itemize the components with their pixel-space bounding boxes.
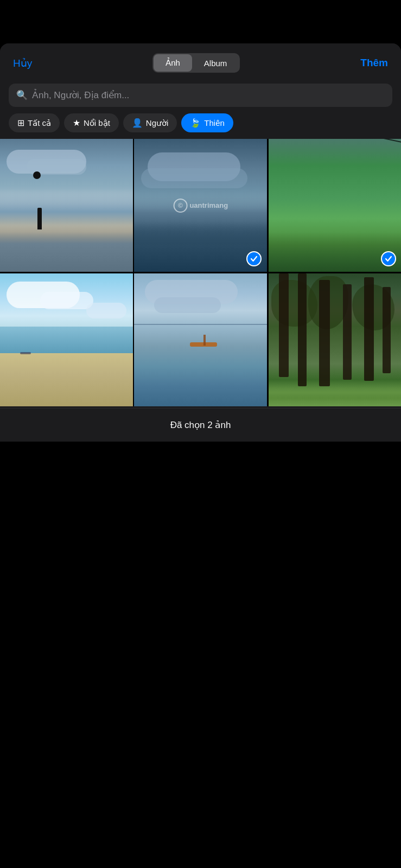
star-icon: ★ <box>73 118 80 128</box>
selected-count-text: Đã chọn 2 ảnh <box>170 420 231 430</box>
photo-row-2 <box>0 273 401 406</box>
grid-icon: ⊞ <box>17 118 24 128</box>
photo-row-1: © uantrimang <box>0 139 401 272</box>
person-icon: 👤 <box>132 118 143 128</box>
search-placeholder: Ảnh, Người, Địa điểm... <box>32 90 129 101</box>
filter-tab-nature[interactable]: 🍃 Thiên <box>181 113 233 132</box>
filter-tab-people-label: Người <box>146 118 169 128</box>
segment-control: Ảnh Album <box>152 53 240 73</box>
search-icon: 🔍 <box>16 90 28 101</box>
segment-photo-button[interactable]: Ảnh <box>154 54 192 72</box>
leaf-icon: 🍃 <box>190 118 201 128</box>
selected-check-3 <box>381 251 396 266</box>
filter-tab-nature-label: Thiên <box>204 118 225 127</box>
photo-cell-6[interactable] <box>269 273 401 406</box>
filter-tab-all[interactable]: ⊞ Tất cả <box>9 113 60 132</box>
photo-cell-5[interactable] <box>134 273 267 406</box>
photo-cell-1[interactable] <box>0 139 133 272</box>
filter-tab-all-label: Tất cả <box>28 118 51 128</box>
bottom-bar: Đã chọn 2 ảnh <box>0 408 401 442</box>
filter-tabs: ⊞ Tất cả ★ Nổi bật 👤 Người 🍃 Thiên <box>0 113 401 139</box>
add-button[interactable]: Thêm <box>360 57 388 69</box>
filter-tab-featured-label: Nổi bật <box>84 118 110 128</box>
segment-album-button[interactable]: Album <box>192 54 239 72</box>
search-bar[interactable]: 🔍 Ảnh, Người, Địa điểm... <box>9 84 392 107</box>
photo-grid: © uantrimang <box>0 139 401 406</box>
header: Hủy Ảnh Album Thêm <box>0 43 401 80</box>
photo-cell-3[interactable] <box>269 139 401 272</box>
photo-cell-4[interactable] <box>0 273 133 406</box>
filter-tab-featured[interactable]: ★ Nổi bật <box>64 113 119 132</box>
filter-tab-people[interactable]: 👤 Người <box>123 113 177 132</box>
cancel-button[interactable]: Hủy <box>13 57 32 69</box>
photo-cell-2[interactable]: © uantrimang <box>134 139 267 272</box>
